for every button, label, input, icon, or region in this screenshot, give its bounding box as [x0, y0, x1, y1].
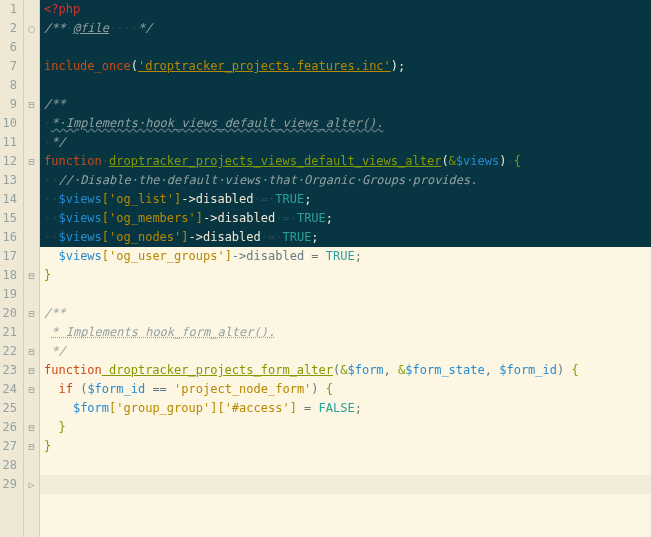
- variable: $form_id: [499, 363, 557, 377]
- prop: ->disabled: [189, 230, 261, 244]
- code-line[interactable]: /**·@file····*/: [40, 19, 651, 38]
- code-line[interactable]: [40, 285, 651, 304]
- ws: ·: [102, 154, 109, 168]
- semi: ;: [326, 211, 333, 225]
- line-number: 26: [0, 418, 17, 437]
- fold-mark[interactable]: [24, 247, 39, 266]
- bool: TRUE: [275, 192, 304, 206]
- eq: =: [304, 249, 326, 263]
- ws: ··: [44, 211, 58, 225]
- fold-mark[interactable]: [24, 399, 39, 418]
- code-line[interactable]: $form['group_group']['#access'] = FALSE;: [40, 399, 651, 418]
- code-line-current[interactable]: [40, 475, 651, 494]
- variable: $views: [58, 249, 101, 263]
- fold-mark[interactable]: ⊟: [24, 266, 39, 285]
- ws: [44, 401, 73, 415]
- line-number: 12: [0, 152, 17, 171]
- fold-mark[interactable]: [24, 456, 39, 475]
- fold-mark[interactable]: ⊟: [24, 418, 39, 437]
- code-line[interactable]: /**: [40, 95, 651, 114]
- comment: * Implements hook_form_alter().: [51, 325, 275, 339]
- fold-mark[interactable]: ▢: [24, 19, 39, 38]
- line-number: 28: [0, 456, 17, 475]
- ws: ·=·: [261, 230, 283, 244]
- ws: ·: [44, 116, 51, 130]
- fold-mark[interactable]: [24, 209, 39, 228]
- bool: TRUE: [326, 249, 355, 263]
- code-line[interactable]: [40, 76, 651, 95]
- code-line[interactable]: if ($form_id == 'project_node_form') {: [40, 380, 651, 399]
- code-line[interactable]: ··//·Disable·the·default·views·that·Orga…: [40, 171, 651, 190]
- fold-mark[interactable]: [24, 114, 39, 133]
- fold-mark[interactable]: ⊟: [24, 304, 39, 323]
- key: ['group_group']: [109, 401, 217, 415]
- keyword: if: [58, 382, 80, 396]
- code-line[interactable]: ··$views['og_nodes']->disabled·=·TRUE;: [40, 228, 651, 247]
- fold-mark[interactable]: ⊟: [24, 437, 39, 456]
- comment: */: [51, 344, 65, 358]
- fold-mark[interactable]: [24, 323, 39, 342]
- fold-mark[interactable]: [24, 76, 39, 95]
- code-line[interactable]: }: [40, 437, 651, 456]
- semi: ;: [304, 192, 311, 206]
- line-number: 8: [0, 76, 17, 95]
- line-number-gutter: 1 2 6 7 8 9 10 11 12 13 14 15 16 17 18 1…: [0, 0, 24, 537]
- fold-gutter: ▢ ⊟ ⊟ ⊟ ⊟ ⊟ ⊟ ⊟ ⊟ ⊟ ▷: [24, 0, 40, 537]
- line-number: 17: [0, 247, 17, 266]
- fold-mark[interactable]: ▷: [24, 475, 39, 494]
- bool: TRUE: [282, 230, 311, 244]
- line-number: 25: [0, 399, 17, 418]
- ws: ·=·: [275, 211, 297, 225]
- prop: ->disabled: [203, 211, 275, 225]
- semi: ;: [355, 401, 362, 415]
- line-number: 6: [0, 38, 17, 57]
- line-number: 27: [0, 437, 17, 456]
- fold-mark[interactable]: ⊟: [24, 342, 39, 361]
- fold-mark[interactable]: [24, 133, 39, 152]
- line-number: 21: [0, 323, 17, 342]
- fold-mark[interactable]: ⊟: [24, 95, 39, 114]
- fold-mark[interactable]: [24, 171, 39, 190]
- fold-mark[interactable]: ⊟: [24, 361, 39, 380]
- code-line[interactable]: <?php: [40, 0, 651, 19]
- code-line[interactable]: ··$views['og_list']->disabled·=·TRUE;: [40, 190, 651, 209]
- code-line[interactable]: }: [40, 418, 651, 437]
- ws: ··: [44, 230, 58, 244]
- fold-mark[interactable]: [24, 228, 39, 247]
- code-line[interactable]: }: [40, 266, 651, 285]
- code-line[interactable]: /**: [40, 304, 651, 323]
- semi: ;: [398, 59, 405, 73]
- paren: ): [391, 59, 398, 73]
- key: ['og_list']: [102, 192, 181, 206]
- brace: }: [44, 439, 51, 453]
- code-line[interactable]: ··$views['og_members']->disabled·=·TRUE;: [40, 209, 651, 228]
- paren: ): [311, 382, 325, 396]
- code-line[interactable]: ·*·Implements·hook_views_default_views_a…: [40, 114, 651, 133]
- code-line[interactable]: function droptracker_projects_form_alter…: [40, 361, 651, 380]
- code-line[interactable]: * Implements hook_form_alter().: [40, 323, 651, 342]
- line-number: 13: [0, 171, 17, 190]
- code-line[interactable]: [40, 456, 651, 475]
- fold-mark[interactable]: [24, 57, 39, 76]
- string: 'project_node_form': [174, 382, 311, 396]
- variable: $form_state: [405, 363, 484, 377]
- code-line[interactable]: */: [40, 342, 651, 361]
- code-line[interactable]: $views['og_user_groups']->disabled = TRU…: [40, 247, 651, 266]
- line-number: 23: [0, 361, 17, 380]
- code-line[interactable]: ·*/: [40, 133, 651, 152]
- code-line[interactable]: function·droptracker_projects_views_defa…: [40, 152, 651, 171]
- fold-mark[interactable]: [24, 190, 39, 209]
- fold-mark[interactable]: [24, 0, 39, 19]
- line-number: 29: [0, 475, 17, 494]
- fold-mark[interactable]: [24, 38, 39, 57]
- variable: $views: [58, 211, 101, 225]
- fold-mark[interactable]: ⊟: [24, 152, 39, 171]
- eq: ==: [145, 382, 174, 396]
- code-line[interactable]: [40, 38, 651, 57]
- code-area[interactable]: <?php /**·@file····*/ include_once('drop…: [40, 0, 651, 537]
- code-line[interactable]: include_once('droptracker_projects.featu…: [40, 57, 651, 76]
- fold-mark[interactable]: ⊟: [24, 380, 39, 399]
- line-number: 7: [0, 57, 17, 76]
- fold-mark[interactable]: [24, 285, 39, 304]
- ws: [44, 382, 58, 396]
